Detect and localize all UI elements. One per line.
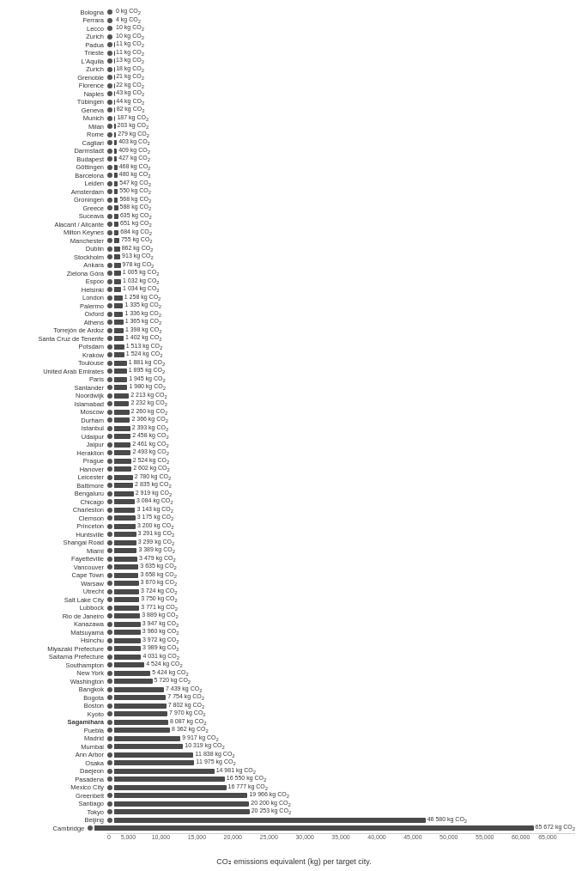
list-item: Cagliari403 kg CO2 — [107, 139, 575, 146]
bar-wrap: 8 087 kg CO2 — [107, 719, 575, 726]
bar-wrap: 20 253 kg CO2 — [107, 808, 575, 815]
bar — [114, 377, 127, 382]
bar-dot — [107, 744, 112, 749]
bar — [114, 434, 130, 439]
city-name: Istanbul — [4, 424, 107, 432]
city-name: Zurich — [4, 65, 107, 73]
list-item: Potsdam1 513 kg CO2 — [107, 344, 575, 350]
chart-container: Bologna0 kg CO2Ferrara4 kg CO2Lecco10 kg… — [4, 9, 584, 866]
city-name: Milton Keynes — [4, 228, 107, 236]
axis-tick: 5,000 — [121, 834, 136, 840]
bar-wrap: 2 213 kg CO2 — [107, 393, 575, 399]
bar-wrap: 635 kg CO2 — [107, 213, 575, 220]
bar-dot — [107, 573, 112, 578]
bar-wrap: 1 032 kg CO2 — [107, 278, 575, 285]
bar-value-label: 862 kg CO2 — [122, 245, 154, 253]
list-item: Kanazawa3 947 kg CO2 — [107, 621, 575, 628]
bar-dot — [107, 475, 112, 480]
city-name: Suceava — [4, 212, 107, 220]
list-item: Heraklion2 493 kg CO2 — [107, 449, 575, 456]
list-item: Espoo1 032 kg CO2 — [107, 278, 575, 285]
axis-tick: 35,000 — [331, 834, 349, 840]
bar-value-label: 82 kg CO2 — [117, 106, 145, 113]
bar-value-label: 9 917 kg CO2 — [182, 734, 219, 742]
bar-dot — [107, 165, 112, 170]
bar-value-label: 2 458 kg CO2 — [132, 432, 169, 440]
bar-wrap: 43 kg CO2 — [107, 90, 575, 97]
bar-wrap: 1 365 kg CO2 — [107, 319, 575, 326]
bar-value-label: 3 291 kg CO2 — [138, 530, 175, 538]
bar-value-label: 21 kg CO2 — [116, 73, 144, 81]
bar-wrap: 651 kg CO2 — [107, 221, 575, 228]
bar-value-label: 2 232 kg CO2 — [130, 399, 167, 407]
bar — [114, 230, 118, 235]
city-name: Saitama Prefecture — [4, 653, 107, 661]
bar-dot — [107, 491, 112, 496]
list-item: New York5 424 kg CO2 — [107, 670, 575, 677]
bar-wrap: 203 kg CO2 — [107, 123, 575, 130]
list-item: Vancouver3 635 kg CO2 — [107, 563, 575, 570]
list-item: Sagamihara8 087 kg CO2 — [107, 719, 575, 726]
city-name: Warsaw — [4, 580, 107, 588]
bar-value-label: 8 087 kg CO2 — [170, 718, 207, 726]
bar — [114, 385, 127, 390]
city-name: Miyazaki Prefecture — [4, 645, 107, 653]
bar — [114, 613, 140, 618]
axis-tick: 25,000 — [259, 834, 277, 840]
list-item: Rome279 kg CO2 — [107, 131, 575, 138]
city-name: Florence — [4, 82, 107, 89]
list-item: Noordwijk2 213 kg CO2 — [107, 393, 575, 399]
city-name: L'Aquila — [4, 58, 107, 65]
bar — [114, 336, 124, 341]
bar-dot — [107, 26, 112, 31]
bar — [114, 279, 121, 284]
city-name: Potsdam — [4, 343, 107, 350]
bar-value-label: 7 754 kg CO2 — [167, 693, 204, 701]
bar-value-label: 3 200 kg CO2 — [137, 522, 174, 530]
list-item: Hsinchu3 972 kg CO2 — [107, 637, 575, 644]
bar — [114, 622, 141, 627]
bar — [114, 410, 130, 415]
bar-wrap: 3 389 kg CO2 — [107, 547, 575, 554]
bar-dot — [107, 385, 112, 390]
city-name: Utrecht — [4, 588, 107, 595]
bar — [114, 352, 124, 357]
bar-dot — [107, 466, 112, 472]
bar-value-label: 2 366 kg CO2 — [131, 416, 168, 423]
bar-wrap: 4 031 kg CO2 — [107, 654, 575, 661]
list-item: Moscow2 260 kg CO2 — [107, 409, 575, 416]
bar — [114, 149, 117, 154]
bar-wrap: 21 kg CO2 — [107, 74, 575, 81]
city-name: Lubbock — [4, 604, 107, 612]
bar-wrap: 3 084 kg CO2 — [107, 498, 575, 505]
bar-wrap: 5 424 kg CO2 — [107, 670, 575, 677]
bar-wrap: 2 524 kg CO2 — [107, 458, 575, 465]
bar — [114, 548, 136, 553]
city-name: Mumbai — [4, 743, 107, 751]
axis-tick: 30,000 — [295, 834, 313, 840]
bar-value-label: 10 319 kg CO2 — [185, 742, 224, 750]
bar-wrap: 978 kg CO2 — [107, 262, 575, 269]
bar — [114, 695, 166, 700]
bar-value-label: 1 005 kg CO2 — [123, 269, 160, 277]
bar — [114, 165, 118, 170]
bar-dot — [107, 410, 112, 415]
list-item: Suceava635 kg CO2 — [107, 213, 575, 220]
bar-value-label: 2 835 kg CO2 — [135, 481, 172, 489]
list-item: Fayetteville3 479 kg CO2 — [107, 556, 575, 563]
bar-dot — [107, 769, 112, 774]
bar — [114, 124, 116, 129]
city-name: Chicago — [4, 498, 107, 506]
bar-value-label: 2 493 kg CO2 — [132, 448, 169, 456]
list-item: Naples43 kg CO2 — [107, 90, 575, 97]
bar-wrap: 11 975 kg CO2 — [107, 759, 575, 766]
bar-value-label: 409 kg CO2 — [118, 147, 150, 155]
bar-dot — [107, 630, 112, 635]
bar-value-label: 2 393 kg CO2 — [132, 424, 169, 432]
list-item: Baltimore2 835 kg CO2 — [107, 482, 575, 489]
bar-dot — [107, 442, 112, 448]
bar-value-label: 7 439 kg CO2 — [166, 685, 203, 693]
bar-wrap: 550 kg CO2 — [107, 188, 575, 195]
city-name: Geneva — [4, 107, 107, 114]
bar-dot — [107, 9, 112, 15]
